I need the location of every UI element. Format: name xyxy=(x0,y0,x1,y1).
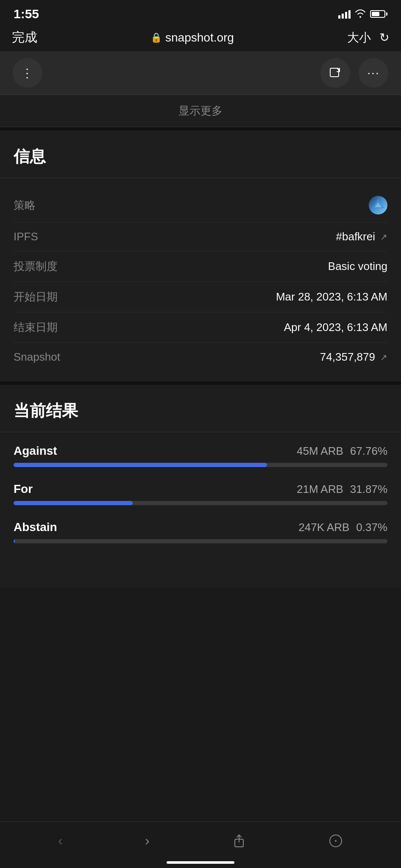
results-title: 当前结果 xyxy=(14,402,78,420)
abstain-progress-fill xyxy=(14,539,15,543)
info-section-title: 信息 xyxy=(14,147,46,165)
for-label: For xyxy=(14,482,33,496)
against-label: Against xyxy=(14,444,57,458)
against-stats: 45M ARB 67.76% xyxy=(297,445,387,458)
for-arb: 21M ARB xyxy=(297,483,343,496)
info-section-header: 信息 xyxy=(0,131,401,178)
subtitle-bar: 显示更多 xyxy=(0,95,401,127)
toolbar: ⋮ ··· xyxy=(0,51,401,95)
wifi-icon xyxy=(355,8,366,20)
status-time: 1:55 xyxy=(14,7,39,21)
share-action-button[interactable] xyxy=(232,834,246,848)
strategy-icon xyxy=(369,196,387,214)
info-row-start: 开始日期 Mar 28, 2023, 6:13 AM xyxy=(14,282,387,312)
result-against-row: Against 45M ARB 67.76% xyxy=(14,444,387,458)
lock-icon: 🔒 xyxy=(150,32,162,43)
info-row-strategy: 策略 xyxy=(14,188,387,223)
refresh-button[interactable]: ↻ xyxy=(379,31,389,45)
info-section: 信息 策略 IPFS #bafkrei ↗ 投 xyxy=(0,131,401,381)
menu-button[interactable]: ⋮ xyxy=(13,58,42,88)
ipfs-hash: #bafkrei xyxy=(336,230,376,243)
against-arb: 45M ARB xyxy=(297,445,343,458)
status-icons xyxy=(338,8,387,20)
abstain-label: Abstain xyxy=(14,520,57,534)
home-indicator xyxy=(167,861,234,864)
share-button[interactable] xyxy=(320,58,350,88)
result-abstain: Abstain 247K ARB 0.37% xyxy=(14,520,387,543)
url-bar[interactable]: 🔒 snapshot.org xyxy=(150,31,234,45)
ipfs-external-icon: ↗ xyxy=(380,232,387,242)
url-text: snapshot.org xyxy=(165,31,234,45)
for-progress-fill xyxy=(14,501,133,505)
strategy-value xyxy=(369,196,387,214)
size-button[interactable]: 大小 xyxy=(347,30,371,46)
against-progress-bg xyxy=(14,463,387,467)
done-button[interactable]: 完成 xyxy=(12,29,37,46)
toolbar-right: ··· xyxy=(320,58,388,88)
strategy-label: 策略 xyxy=(14,198,36,213)
info-row-snapshot: Snapshot 74,357,879 ↗ xyxy=(14,343,387,371)
voting-label: 投票制度 xyxy=(14,259,58,274)
battery-icon xyxy=(370,10,387,18)
results-header: 当前结果 xyxy=(0,385,401,432)
results-grid: Against 45M ARB 67.76% For 21M ARB 31.87… xyxy=(0,432,401,570)
signal-icon xyxy=(338,9,351,19)
dots-icon: ⋮ xyxy=(21,66,34,80)
svg-point-5 xyxy=(335,840,337,842)
snapshot-value[interactable]: 74,357,879 ↗ xyxy=(320,351,387,364)
for-stats: 21M ARB 31.87% xyxy=(297,483,387,496)
against-pct: 67.76% xyxy=(350,445,387,458)
info-row-end: 结束日期 Apr 4, 2023, 6:13 AM xyxy=(14,312,387,343)
info-grid: 策略 IPFS #bafkrei ↗ 投票制度 Basic voting xyxy=(0,178,401,381)
forward-button[interactable]: › xyxy=(145,833,150,849)
start-value: Mar 28, 2023, 6:13 AM xyxy=(276,290,387,303)
status-bar: 1:55 xyxy=(0,0,401,25)
compass-button[interactable] xyxy=(329,834,343,848)
result-for: For 21M ARB 31.87% xyxy=(14,482,387,505)
for-pct: 31.87% xyxy=(350,483,387,496)
end-label: 结束日期 xyxy=(14,320,58,335)
divider xyxy=(0,127,401,131)
more-button[interactable]: ··· xyxy=(359,58,388,88)
result-abstain-row: Abstain 247K ARB 0.37% xyxy=(14,520,387,534)
svg-rect-0 xyxy=(330,68,339,77)
for-progress-bg xyxy=(14,501,387,505)
info-row-ipfs: IPFS #bafkrei ↗ xyxy=(14,223,387,251)
result-for-row: For 21M ARB 31.87% xyxy=(14,482,387,496)
ipfs-label: IPFS xyxy=(14,230,38,243)
more-icon: ··· xyxy=(367,66,379,80)
snapshot-number: 74,357,879 xyxy=(320,351,375,364)
voting-value: Basic voting xyxy=(328,260,387,273)
ipfs-value[interactable]: #bafkrei ↗ xyxy=(336,230,388,243)
subtitle-text: 显示更多 xyxy=(178,104,223,117)
against-progress-fill xyxy=(14,463,267,467)
abstain-pct: 0.37% xyxy=(356,521,387,534)
result-against: Against 45M ARB 67.76% xyxy=(14,444,387,467)
snapshot-label: Snapshot xyxy=(14,351,60,364)
abstain-stats: 247K ARB 0.37% xyxy=(298,521,387,534)
results-section: 当前结果 Against 45M ARB 67.76% For 21M ARB xyxy=(0,385,401,587)
snapshot-external-icon: ↗ xyxy=(380,352,387,362)
spacer xyxy=(0,587,401,638)
start-label: 开始日期 xyxy=(14,289,58,304)
browser-bar: 完成 🔒 snapshot.org 大小 ↻ xyxy=(0,25,401,51)
abstain-progress-bg xyxy=(14,539,387,543)
end-value: Apr 4, 2023, 6:13 AM xyxy=(284,321,387,334)
share-icon xyxy=(329,65,342,81)
abstain-arb: 247K ARB xyxy=(298,521,349,534)
divider-2 xyxy=(0,381,401,385)
back-button[interactable]: ‹ xyxy=(58,833,63,849)
browser-actions: 大小 ↻ xyxy=(347,30,389,46)
info-row-voting: 投票制度 Basic voting xyxy=(14,251,387,282)
